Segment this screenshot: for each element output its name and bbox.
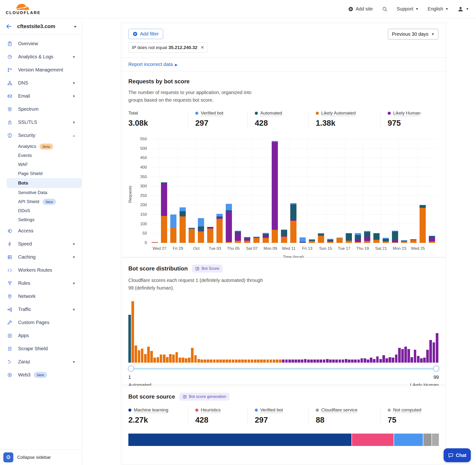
chevron-down-icon: ▼ xyxy=(72,281,75,285)
support-menu[interactable]: Support▼ xyxy=(397,6,419,12)
bar-segment-automated xyxy=(198,226,204,231)
legend-dot-icon xyxy=(195,112,198,115)
sidebar-subitem-settings[interactable]: Settings xyxy=(0,215,82,224)
chart-bar xyxy=(309,239,315,243)
histogram-bar-score-80 xyxy=(376,356,379,363)
network-icon xyxy=(7,294,12,299)
x-axis-tick: Fri 13 xyxy=(296,246,318,251)
sidebar-item-web3[interactable]: Web3New xyxy=(0,368,82,381)
histogram-bar-score-85 xyxy=(392,358,394,363)
search-button[interactable] xyxy=(382,6,388,12)
sidebar-subitem-api-shield[interactable]: API ShieldNew xyxy=(0,197,82,206)
stat-total: Total3.08k xyxy=(128,110,188,128)
account-menu[interactable]: ▼ xyxy=(457,6,469,12)
sidebar-item-speed[interactable]: Speed▼ xyxy=(0,237,82,251)
sidebar-item-label: SSL/TLS xyxy=(18,119,37,125)
report-incorrect-data-link[interactable]: Report incorrect data▶ xyxy=(128,62,178,67)
sidebar-item-access[interactable]: Access xyxy=(0,224,82,237)
stat-label[interactable]: Likely Human xyxy=(393,110,421,116)
stat-label[interactable]: Not computed xyxy=(393,407,421,413)
sidebar-item-analytics-logs[interactable]: Analytics & Logs▼ xyxy=(0,50,82,63)
histogram-bar-score-41 xyxy=(254,359,256,363)
sidebar: cftestsite3.com ▸ OverviewAnalytics & Lo… xyxy=(0,18,82,465)
gridline xyxy=(289,139,289,243)
sidebar-subitem-waf[interactable]: WAF xyxy=(0,160,82,169)
stat-label[interactable]: Machine learning xyxy=(134,407,168,413)
remove-filter-icon[interactable]: × xyxy=(201,45,204,50)
stat-label[interactable]: Heuristics xyxy=(201,407,221,413)
bar-segment-likely-automated xyxy=(253,238,260,243)
bar-segment-likely-human xyxy=(272,142,278,230)
main-content: Add filter IP does not equal35.212.240.3… xyxy=(82,18,476,465)
y-axis-tick: 150 xyxy=(128,212,147,217)
sidebar-item-custom-pages[interactable]: Custom Pages xyxy=(0,316,82,329)
chevron-down-icon: ▼ xyxy=(72,120,75,124)
bot-score-generation-badge[interactable]: Bot score generation xyxy=(179,393,230,401)
add-filter-button[interactable]: Add filter xyxy=(128,29,163,39)
histogram-bar-score-73 xyxy=(354,359,357,363)
chart-bar xyxy=(226,204,232,243)
histogram-bar-score-62 xyxy=(319,359,322,363)
gridline xyxy=(344,139,344,243)
chat-button[interactable]: Chat xyxy=(444,448,471,462)
histogram-bar-score-28 xyxy=(213,359,216,363)
sidebar-item-version-management[interactable]: Version Management xyxy=(0,63,82,76)
collapse-sidebar-button[interactable]: ⚙ Collapse sidebar xyxy=(0,449,82,465)
stat-label[interactable]: Cloudflare service xyxy=(321,407,357,413)
sidebar-subitem-sensitive-data[interactable]: Sensitive Data xyxy=(0,188,82,197)
gear-icon[interactable]: ⚙ xyxy=(3,452,13,462)
legend-dot-icon xyxy=(316,112,319,115)
bot-score-badge[interactable]: Bot Score xyxy=(192,264,223,273)
stat-label[interactable]: Likely Automated xyxy=(321,110,356,116)
sidebar-item-apps[interactable]: Apps xyxy=(0,329,82,342)
sidebar-item-dns[interactable]: DNS▼ xyxy=(0,76,82,90)
stat-label[interactable]: Automated xyxy=(260,110,282,116)
sidebar-subitem-bots[interactable]: Bots xyxy=(7,178,82,188)
date-range-select[interactable]: Previous 30 days▼ xyxy=(388,29,438,40)
chart-bar xyxy=(189,228,195,243)
sidebar-item-workers-routes[interactable]: Workers Routes xyxy=(0,264,82,277)
language-menu[interactable]: English▼ xyxy=(428,6,448,12)
stat-label[interactable]: Verified bot xyxy=(201,110,223,116)
back-arrow-icon[interactable] xyxy=(6,23,12,30)
bar-segment-likely-automated xyxy=(383,242,389,243)
y-axis-tick: 50 xyxy=(128,231,147,236)
sidebar-item-traffic[interactable]: Traffic▼ xyxy=(0,303,82,316)
sidebar-subitem-ddos[interactable]: DDoS xyxy=(0,206,82,215)
chevron-down-icon: ▼ xyxy=(72,360,75,364)
histogram-bar-score-39 xyxy=(248,359,250,363)
y-axis-tick: 0 xyxy=(128,241,147,245)
slider-handle-min[interactable] xyxy=(128,365,134,372)
sidebar-subitem-page-shield[interactable]: Page Shield xyxy=(0,169,82,178)
sidebar-item-ssl-tls[interactable]: SSL/TLS▼ xyxy=(0,116,82,129)
histogram-bar-score-56 xyxy=(301,359,303,363)
sidebar-item-scrape-shield[interactable]: Scrape Shield xyxy=(0,342,82,355)
cloudflare-logo[interactable]: CLOUDFLARE xyxy=(6,3,41,15)
chart-bar xyxy=(207,227,213,243)
sidebar-item-caching[interactable]: Caching▼ xyxy=(0,251,82,264)
sidebar-subitem-events[interactable]: Events xyxy=(0,151,82,160)
version-icon xyxy=(7,67,12,73)
sidebar-item-label: Rules xyxy=(18,280,30,286)
sidebar-item-email[interactable]: Email▼ xyxy=(0,90,82,103)
sidebar-item-zaraz[interactable]: Zaraz▼ xyxy=(0,355,82,368)
sidebar-item-security[interactable]: Security▲ xyxy=(0,129,82,142)
histogram-bar-score-1 xyxy=(128,315,131,363)
arrow-right-icon: ▶ xyxy=(175,63,178,67)
sidebar-item-network[interactable]: Network xyxy=(0,290,82,303)
distribution-description: Cloudflare scores each request 1 (defini… xyxy=(128,276,266,292)
add-site-button[interactable]: Add site xyxy=(348,6,373,12)
sidebar-item-rules[interactable]: Rules▼ xyxy=(0,277,82,290)
sidebar-item-overview[interactable]: Overview xyxy=(0,37,82,50)
sidebar-subitem-analytics[interactable]: AnalyticsBeta xyxy=(0,142,82,151)
gridline xyxy=(381,139,381,243)
zaraz-icon xyxy=(7,359,12,365)
stat-label[interactable]: Verified bot xyxy=(260,407,283,413)
sidebar-item-spectrum[interactable]: Spectrum xyxy=(0,103,82,116)
histogram-bar-score-30 xyxy=(219,359,222,363)
sidebar-subitem-label: Bots xyxy=(18,180,28,186)
slider-handle-max[interactable] xyxy=(433,365,439,372)
site-selector[interactable]: cftestsite3.com ▸ xyxy=(0,18,82,35)
histogram-bar-score-79 xyxy=(373,359,376,363)
histogram-bar-score-81 xyxy=(379,359,382,363)
